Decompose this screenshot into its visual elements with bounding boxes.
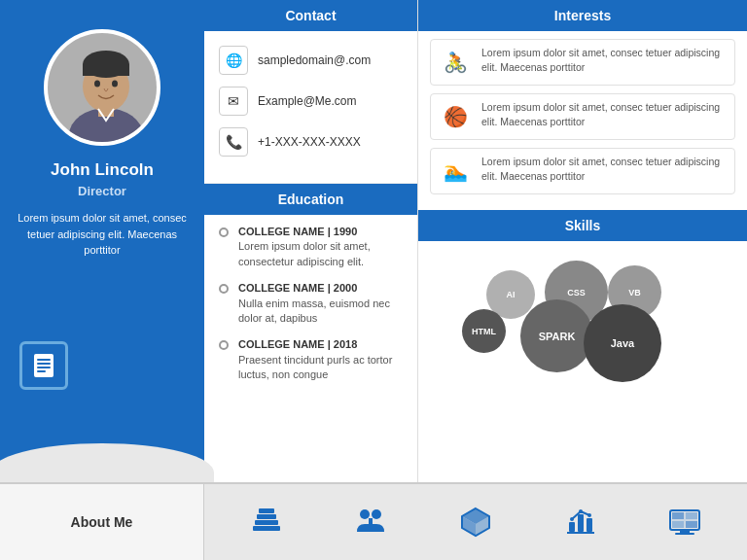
- contact-email-value: Example@Me.com: [258, 94, 357, 108]
- svg-rect-16: [259, 508, 274, 513]
- contact-website: 🌐 sampledomain@.com: [219, 46, 403, 75]
- edu-content-2: COLLEGE NAME | 2000 Nulla enim massa, eu…: [238, 281, 403, 326]
- svg-rect-39: [675, 533, 694, 535]
- bottom-icons: [204, 498, 747, 546]
- svg-point-30: [579, 509, 583, 513]
- svg-rect-34: [672, 512, 684, 519]
- svg-rect-13: [253, 526, 280, 531]
- main-container: John Lincoln Director Lorem ipsum dolor …: [0, 0, 747, 560]
- svg-point-29: [570, 517, 574, 521]
- edu-desc-3: Praesent tincidunt purls ac tortor luctu…: [238, 353, 403, 383]
- interest-text-3: Lorem ipsum dolor sit amet, consec tetue…: [481, 155, 727, 183]
- meeting-icon[interactable]: [346, 498, 395, 546]
- svg-rect-15: [257, 514, 276, 519]
- interests-section: Interests 🚴 Lorem ipsum dolor sit amet, …: [418, 0, 747, 210]
- cycling-icon: 🚴: [439, 46, 472, 79]
- contact-section: 🌐 sampledomain@.com ✉ Example@Me.com 📞 +…: [204, 31, 417, 184]
- edu-content-1: COLLEGE NAME | 1990 Lorem ipsum dolor si…: [238, 225, 403, 269]
- svg-rect-20: [365, 526, 376, 529]
- svg-rect-38: [680, 530, 690, 533]
- svg-rect-36: [672, 521, 684, 528]
- education-items: COLLEGE NAME | 1990 Lorem ipsum dolor si…: [204, 215, 417, 404]
- svg-rect-14: [255, 520, 278, 525]
- avatar: [44, 29, 160, 146]
- svg-rect-26: [569, 522, 575, 532]
- svg-point-17: [360, 509, 370, 519]
- globe-icon: 🌐: [219, 46, 248, 75]
- svg-rect-8: [34, 354, 53, 377]
- contact-phone-value: +1-XXX-XXX-XXXX: [258, 135, 361, 149]
- interest-text-1: Lorem ipsum dolor sit amet, consec tetue…: [481, 46, 727, 74]
- edu-item-1: COLLEGE NAME | 1990 Lorem ipsum dolor si…: [219, 225, 403, 269]
- interest-item-1: 🚴 Lorem ipsum dolor sit amet, consec tet…: [430, 39, 735, 86]
- email-icon: ✉: [219, 87, 248, 116]
- skills-section: Skills AICSSVBSPARKHTMLJava: [418, 210, 747, 482]
- about-me-label: About Me: [71, 514, 133, 530]
- svg-point-6: [94, 81, 100, 88]
- education-section: Education COLLEGE NAME | 1990 Lorem ipsu…: [204, 184, 417, 482]
- svg-point-31: [587, 513, 591, 517]
- svg-point-7: [112, 81, 118, 88]
- bottom-bar: About Me: [0, 482, 747, 560]
- skills-bubbles: AICSSVBSPARKHTMLJava: [428, 241, 737, 387]
- interest-text-2: Lorem ipsum dolor sit amet, consec tetue…: [481, 100, 727, 128]
- person-title: Director: [78, 184, 126, 198]
- contact-website-value: sampledomain@.com: [258, 53, 371, 67]
- sidebar-wave-decoration: [0, 395, 204, 482]
- swimming-icon: 🏊: [439, 155, 472, 188]
- left-sidebar: John Lincoln Director Lorem ipsum dolor …: [0, 0, 204, 482]
- interest-item-3: 🏊 Lorem ipsum dolor sit amet, consec tet…: [430, 148, 735, 194]
- skill-bubble-html: HTML: [462, 309, 506, 353]
- edu-item-3: COLLEGE NAME | 2018 Praesent tincidunt p…: [219, 337, 403, 382]
- cube-icon[interactable]: [451, 498, 500, 546]
- right-column: Interests 🚴 Lorem ipsum dolor sit amet, …: [418, 0, 747, 482]
- interest-items: 🚴 Lorem ipsum dolor sit amet, consec tet…: [418, 31, 747, 210]
- svg-rect-10: [37, 363, 51, 365]
- middle-column: Contact 🌐 sampledomain@.com ✉ Example@Me…: [204, 0, 418, 482]
- books-icon[interactable]: [242, 498, 291, 546]
- skills-header: Skills: [418, 210, 747, 241]
- education-header: Education: [204, 184, 417, 215]
- interest-item-2: 🏀 Lorem ipsum dolor sit amet, consec tet…: [430, 93, 735, 140]
- person-name: John Lincoln: [51, 160, 154, 180]
- edu-desc-2: Nulla enim massa, euismod nec dolor at, …: [238, 297, 403, 327]
- basketball-icon: 🏀: [439, 100, 472, 133]
- svg-rect-12: [37, 370, 46, 372]
- svg-rect-27: [578, 514, 584, 532]
- svg-rect-35: [686, 512, 697, 519]
- resume-icon-box: [19, 341, 68, 390]
- svg-rect-37: [686, 521, 697, 528]
- svg-rect-9: [37, 359, 51, 361]
- about-me-section: About Me: [0, 484, 204, 560]
- svg-rect-25: [567, 532, 594, 534]
- edu-dot-2: [219, 284, 229, 294]
- resume-icon: [31, 352, 56, 379]
- svg-rect-11: [37, 367, 51, 368]
- skill-bubble-spark: SPARK: [520, 299, 593, 372]
- svg-point-18: [372, 509, 381, 519]
- chart-icon[interactable]: [556, 498, 605, 546]
- edu-desc-1: Lorem ipsum dolor sit amet, consectetur …: [238, 239, 403, 269]
- edu-title-2: COLLEGE NAME | 2000: [238, 281, 403, 296]
- edu-dot-1: [219, 228, 229, 237]
- edu-content-3: COLLEGE NAME | 2018 Praesent tincidunt p…: [238, 337, 403, 382]
- contact-header: Contact: [204, 0, 417, 31]
- edu-dot-3: [219, 340, 229, 350]
- edu-title-3: COLLEGE NAME | 2018: [238, 337, 403, 352]
- contact-phone: 📞 +1-XXX-XXX-XXXX: [219, 127, 403, 157]
- svg-rect-5: [83, 64, 129, 76]
- dashboard-icon[interactable]: [660, 498, 709, 546]
- person-bio: Lorem ipsum dolor sit amet, consec tetue…: [0, 210, 204, 259]
- edu-title-1: COLLEGE NAME | 1990: [238, 225, 403, 239]
- edu-item-2: COLLEGE NAME | 2000 Nulla enim massa, eu…: [219, 281, 403, 326]
- interests-header: Interests: [418, 0, 747, 31]
- content-area: John Lincoln Director Lorem ipsum dolor …: [0, 0, 747, 482]
- svg-rect-28: [587, 518, 592, 532]
- skill-bubble-java: Java: [584, 304, 661, 382]
- phone-icon: 📞: [219, 127, 248, 157]
- contact-email: ✉ Example@Me.com: [219, 87, 403, 116]
